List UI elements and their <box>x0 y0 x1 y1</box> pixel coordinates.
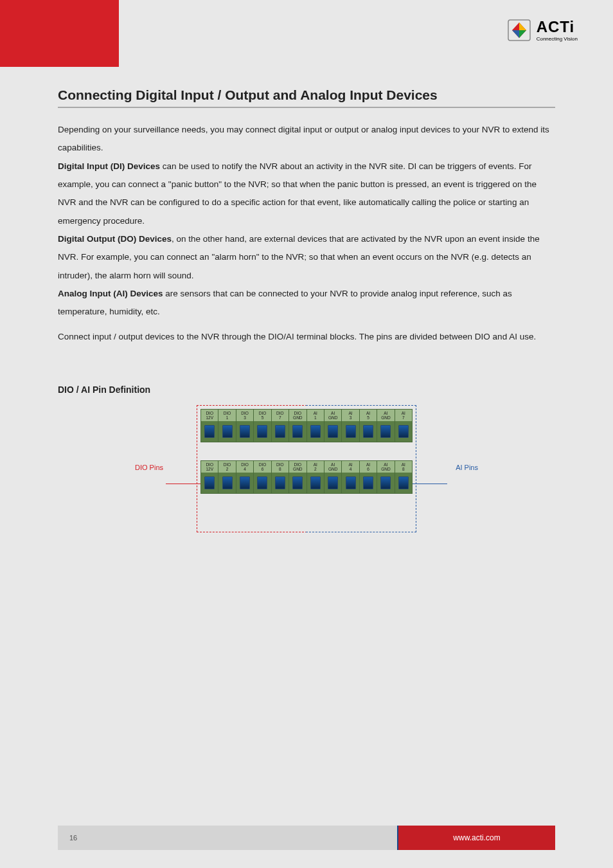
svg-marker-4 <box>512 30 519 38</box>
di-text: can be used to notify the NVR about an a… <box>160 161 403 171</box>
footer-page: 16 <box>58 826 397 850</box>
logo-icon <box>507 19 531 42</box>
pin-definition-title: DIO / AI Pin Definition <box>58 384 555 395</box>
dio-pins-label: DIO Pins <box>135 463 163 473</box>
dio-group-outline <box>197 405 307 532</box>
footer-site: www.acti.com <box>397 826 555 850</box>
ai-group-outline <box>306 405 416 532</box>
section-title: Connecting Digital Input / Output and An… <box>58 87 555 108</box>
para-do: Digital Output (DO) Devices, on the othe… <box>58 230 555 285</box>
header-gray-block: ACTi Connecting Vision <box>119 0 613 67</box>
svg-marker-3 <box>519 30 526 38</box>
logo: ACTi Connecting Vision <box>507 18 578 42</box>
para-connect: Connect input / output devices to the NV… <box>58 328 555 346</box>
terminal-box: DIO12VDIO1DIO3DIO5DIO7DIOGNDAI1AIGNDAI3A… <box>200 405 413 512</box>
logo-subtext: Connecting Vision <box>537 36 578 42</box>
body-text: Depending on your surveillance needs, yo… <box>58 121 555 346</box>
do-cont: . For example, you can connect an "alarm… <box>58 252 531 280</box>
header-red-block <box>0 0 119 67</box>
ai-pins-label: AI Pins <box>456 463 478 473</box>
content-area: Connecting Digital Input / Output and An… <box>0 67 613 525</box>
para-ai: Analog Input (AI) Devices are sensors th… <box>58 285 555 321</box>
para-intro: Depending on your surveillance needs, yo… <box>58 121 555 158</box>
diagram: DIO Pins AI Pins DIO12VDIO1DIO3DIO5DIO7D… <box>58 405 555 512</box>
logo-text-group: ACTi Connecting Vision <box>537 18 578 42</box>
do-label: Digital Output (DO) Devices <box>58 234 172 244</box>
di-label: Digital Input (DI) Devices <box>58 161 160 171</box>
svg-marker-2 <box>519 23 526 30</box>
footer: 16 www.acti.com <box>58 826 555 850</box>
para-di: Digital Input (DI) Devices can be used t… <box>58 158 555 230</box>
ai-label: Analog Input (AI) Devices <box>58 289 163 298</box>
logo-text: ACTi <box>537 18 578 36</box>
header: ACTi Connecting Vision <box>0 0 613 67</box>
